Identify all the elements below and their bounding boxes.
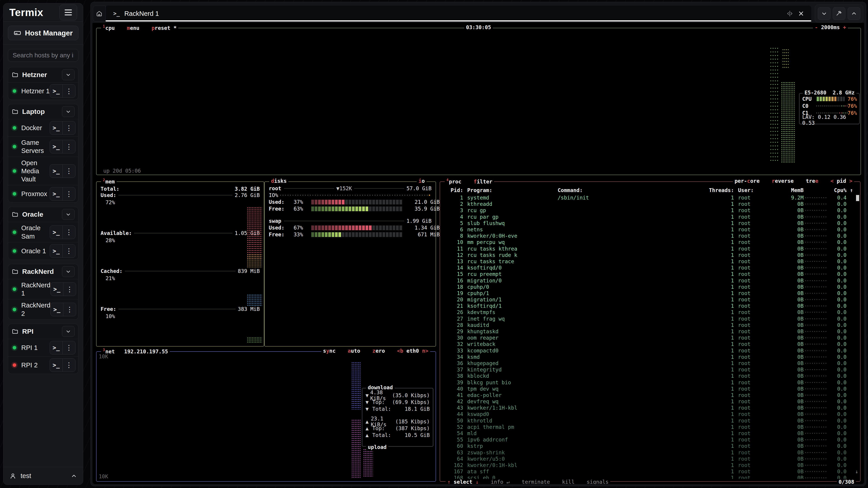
open-terminal-button[interactable]: >_ xyxy=(50,359,63,372)
tools-button[interactable] xyxy=(833,7,845,20)
host-group-header[interactable]: Oracle xyxy=(8,207,78,222)
process-row[interactable]: 10 mm_percpu_wq 1 root 0B 0.0 xyxy=(440,239,860,246)
host-options-button[interactable]: ⋮ xyxy=(63,187,75,200)
process-row[interactable]: 33 kcompactd0 1 root 0B 0.0 xyxy=(440,348,860,354)
net-interface-control[interactable]: <b eth0 n> xyxy=(397,348,428,354)
proc-info-control[interactable]: info ↵ xyxy=(491,479,509,484)
host-row[interactable]: RackNerd 1 >_ ⋮ xyxy=(8,279,78,299)
process-row[interactable]: 8 kworker/0:0H-eve 1 root 0B 0.0 xyxy=(440,233,860,239)
process-row[interactable]: 54 mld 1 root 0B 0.0 xyxy=(440,430,860,436)
open-terminal-button[interactable]: >_ xyxy=(50,164,63,177)
process-row[interactable]: 19 cpuhp/1 1 root 0B 0.0 xyxy=(440,290,860,296)
open-terminal-button[interactable]: >_ xyxy=(51,303,63,316)
process-row[interactable]: 36 khugepaged 1 root 0B 0.0 xyxy=(440,360,860,366)
host-options-button[interactable]: ⋮ xyxy=(63,121,75,134)
process-row[interactable]: 3 rcu_gp 1 root 0B 0.0 xyxy=(440,207,860,214)
process-row[interactable]: 41 edac-poller 1 root 0B 0.0 xyxy=(440,392,860,398)
host-options-button[interactable]: ⋮ xyxy=(63,341,75,354)
process-row[interactable]: 29 khungtaskd 1 root 0B 0.0 xyxy=(440,328,860,335)
proc-kill-control[interactable]: kill xyxy=(562,479,575,484)
open-terminal-button[interactable]: >_ xyxy=(50,85,63,98)
host-row[interactable]: Oracle 1 >_ ⋮ xyxy=(8,242,78,260)
host-row[interactable]: RPI 1 >_ ⋮ xyxy=(8,339,78,356)
group-collapse-button[interactable] xyxy=(62,106,74,117)
sort-direction-arrow[interactable]: ↑ xyxy=(846,187,857,193)
host-options-button[interactable]: ⋮ xyxy=(63,283,76,296)
host-group-header[interactable]: Hetzner xyxy=(8,67,78,82)
process-row[interactable]: 60 kstrp 1 root 0B 0.0 xyxy=(440,443,860,449)
process-row[interactable]: 12 rcu_tasks_rude_k 1 root 0B 0.0 xyxy=(440,252,860,258)
proc-signals-control[interactable]: signals xyxy=(587,479,609,484)
process-row[interactable]: 162 kworker/0:1H-kbl 1 root 0B 0.0 xyxy=(440,462,860,468)
host-options-button[interactable]: ⋮ xyxy=(63,140,75,153)
process-row[interactable]: 38 kblockd 1 root 0B 0.0 xyxy=(440,373,860,379)
group-collapse-button[interactable] xyxy=(62,326,74,337)
chevron-up-icon[interactable] xyxy=(71,473,77,479)
net-zero-control[interactable]: zero xyxy=(372,348,385,354)
process-row[interactable]: 44 kswapd0 1 root 0B 0.0 xyxy=(440,411,860,417)
host-row[interactable]: RackNerd 2 >_ ⋮ xyxy=(8,299,78,320)
split-view-icon[interactable] xyxy=(786,10,793,17)
preset-control[interactable]: preset * xyxy=(151,25,177,31)
group-collapse-button[interactable] xyxy=(62,209,74,220)
group-collapse-button[interactable] xyxy=(62,69,74,80)
process-row[interactable]: 27 inet_frag_wq 1 root 0B 0.0 xyxy=(440,316,860,322)
process-row[interactable]: 15 rcu_preempt 1 root 0B 0.0 xyxy=(440,271,860,277)
process-row[interactable]: 40 tpm_dev_wq 1 root 0B 0.0 xyxy=(440,386,860,392)
net-sync-control[interactable]: sync xyxy=(323,348,336,354)
net-auto-control[interactable]: auto xyxy=(348,348,360,354)
disks-io-toggle[interactable]: io xyxy=(416,178,427,184)
host-group-header[interactable]: RackNerd xyxy=(8,264,78,279)
proc-terminate-control[interactable]: terminate xyxy=(522,479,550,484)
tree-control[interactable]: tree xyxy=(806,178,818,184)
proc-scrollbar-thumb[interactable] xyxy=(856,195,859,201)
open-terminal-button[interactable]: >_ xyxy=(50,245,63,258)
process-row[interactable]: 50 kthrotld 1 root 0B 0.0 xyxy=(440,418,860,424)
process-row[interactable]: 6 netns 1 root 0B 0.0 xyxy=(440,226,860,233)
process-row[interactable]: 21 ksoftirqd/1 1 root 0B 0.0 xyxy=(440,303,860,309)
host-options-button[interactable]: ⋮ xyxy=(63,303,76,316)
home-button[interactable] xyxy=(93,6,105,22)
search-input[interactable] xyxy=(8,49,79,62)
host-options-button[interactable]: ⋮ xyxy=(63,85,75,98)
open-terminal-button[interactable]: >_ xyxy=(50,140,63,153)
process-row[interactable]: 14 ksoftirqd/0 1 root 0B 0.0 xyxy=(440,265,860,271)
process-row[interactable]: 167 ata_sff 1 root 0B 0.0 xyxy=(440,468,860,475)
process-row[interactable]: 20 migration/1 1 root 0B 0.0 xyxy=(440,296,860,303)
process-row[interactable]: 30 oom_reaper 1 root 0B 0.0 xyxy=(440,335,860,341)
process-row[interactable]: 18 cpuhp/0 1 root 0B 0.0 xyxy=(440,284,860,290)
host-row[interactable]: Open Media Vault >_ ⋮ xyxy=(8,157,78,185)
process-row[interactable]: 4 rcu_par_gp 1 root 0B 0.0 xyxy=(440,214,860,220)
scroll-down-button[interactable] xyxy=(818,7,831,20)
process-row[interactable]: 16 migration/0 1 root 0B 0.0 xyxy=(440,277,860,284)
process-row[interactable]: 26 kdevtmpfs 1 root 0B 0.0 xyxy=(440,309,860,315)
process-list[interactable]: 1 systemd /sbin/init 1 root 9.2M 0.4 2 k… xyxy=(440,195,860,479)
process-row[interactable]: 34 ksmd 1 root 0B 0.0 xyxy=(440,354,860,360)
open-terminal-button[interactable]: >_ xyxy=(50,341,63,354)
host-row[interactable]: Game Servers >_ ⋮ xyxy=(8,136,78,157)
process-row[interactable]: 168 scsi_eh_0 1 root 0B 0.0 xyxy=(440,475,860,479)
menu-control[interactable]: menu xyxy=(127,25,139,31)
process-row[interactable]: 13 rcu_tasks_trace_ 1 root 0B 0.0 xyxy=(440,258,860,265)
host-row[interactable]: RPI 2 >_ ⋮ xyxy=(8,356,78,374)
process-row[interactable]: 43 kworker/1:1H-kbl 1 root 0B 0.0 xyxy=(440,404,860,411)
process-row[interactable]: 11 rcu_tasks_kthrea 1 root 0B 0.0 xyxy=(440,246,860,252)
open-terminal-button[interactable]: >_ xyxy=(50,121,63,134)
open-terminal-button[interactable]: >_ xyxy=(50,226,63,239)
host-manager-button[interactable]: Host Manager xyxy=(8,26,79,40)
host-row[interactable]: Proxmox >_ ⋮ xyxy=(8,185,78,202)
open-terminal-button[interactable]: >_ xyxy=(50,187,63,200)
process-row[interactable]: 37 kintegrityd 1 root 0B 0.0 xyxy=(440,366,860,373)
update-interval-control[interactable]: - 2000ms + xyxy=(813,24,848,30)
host-options-button[interactable]: ⋮ xyxy=(63,359,75,372)
host-options-button[interactable]: ⋮ xyxy=(63,245,75,258)
host-group-header[interactable]: Laptop xyxy=(8,104,78,119)
open-terminal-button[interactable]: >_ xyxy=(51,283,63,296)
process-row[interactable]: 32 writeback 1 root 0B 0.0 xyxy=(440,341,860,347)
process-row[interactable]: 28 kauditd 1 root 0B 0.0 xyxy=(440,322,860,328)
group-collapse-button[interactable] xyxy=(62,266,74,277)
tab-racknerd-1[interactable]: >_ RackNerd 1 xyxy=(105,6,811,22)
process-row[interactable]: 52 acpi_thermal_pm 1 root 0B 0.0 xyxy=(440,424,860,430)
host-options-button[interactable]: ⋮ xyxy=(63,164,75,177)
process-row[interactable]: 64 kworker/u5:0 1 root 0B 0.0 xyxy=(440,456,860,462)
